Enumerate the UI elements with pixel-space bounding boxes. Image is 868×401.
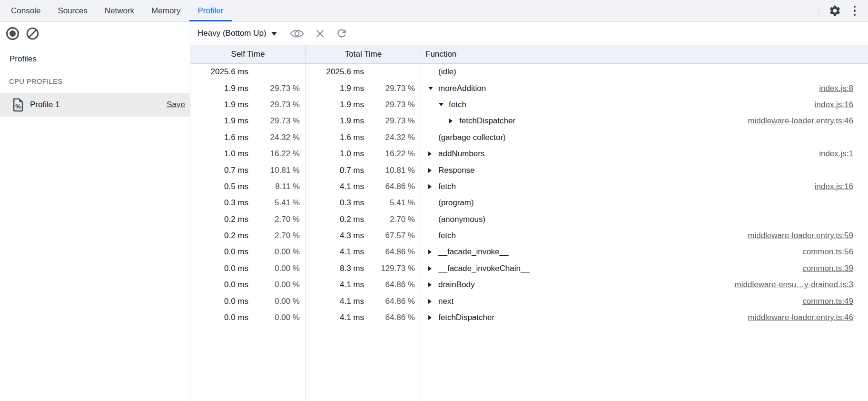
table-row[interactable]: 1.9 ms 29.73 % 1.9 ms 29.73 % fetch inde… [190, 97, 868, 113]
table-row[interactable]: 0.5 ms 8.11 % 4.1 ms 64.86 % fetch index… [190, 179, 868, 195]
expand-arrow[interactable] [428, 184, 438, 189]
view-mode-dropdown[interactable]: Heavy (Bottom Up) [197, 29, 277, 38]
total-time-ms: 1.9 ms [306, 100, 364, 110]
exclude-close-icon[interactable] [315, 28, 326, 39]
source-link[interactable]: middleware-loader.entry.ts:46 [748, 116, 868, 126]
function-name: next [438, 297, 454, 306]
function-header-label: Function [425, 50, 456, 59]
table-row[interactable]: 1.0 ms 16.22 % 1.0 ms 16.22 % addNumbers… [190, 146, 868, 162]
expand-arrow[interactable] [428, 282, 438, 287]
function-cell: fetchDispatcher middleware-loader.entry.… [421, 113, 868, 129]
expand-arrow[interactable] [449, 119, 459, 123]
table-row[interactable]: 1.6 ms 24.32 % 1.6 ms 24.32 % (garbage c… [190, 130, 868, 146]
sidebar-body: Profiles CPU PROFILES % Profile 1 Save [0, 45, 190, 117]
column-header-self-time[interactable]: Self Time [190, 45, 306, 63]
table-row[interactable]: 0.2 ms 2.70 % 4.3 ms 67.57 % fetch middl… [190, 228, 868, 244]
self-time-ms: 0.0 ms [190, 264, 248, 273]
function-cell: (anonymous) [421, 211, 868, 228]
total-time-percent: 67.57 % [364, 231, 421, 241]
column-header-total-time[interactable]: Total Time [306, 45, 421, 63]
tab-console-label: Console [11, 6, 40, 16]
self-time-cell: 0.0 ms 0.00 % [190, 277, 306, 293]
source-link[interactable]: common.ts:49 [802, 297, 868, 306]
table-row[interactable]: 0.0 ms 0.00 % 4.1 ms 64.86 % next common… [190, 293, 868, 309]
save-profile-link[interactable]: Save [167, 100, 185, 110]
expand-arrow[interactable] [428, 151, 438, 156]
tab-profiler[interactable]: Profiler [189, 0, 232, 21]
table-row[interactable]: 0.2 ms 2.70 % 0.2 ms 2.70 % (anonymous) [190, 211, 868, 228]
expand-arrow[interactable] [428, 168, 438, 173]
profiler-content: Heavy (Bottom Up) [190, 22, 868, 401]
expand-arrow-icon [428, 250, 432, 254]
tab-memory[interactable]: Memory [143, 0, 189, 21]
cpu-profile-document-icon: % [12, 98, 24, 112]
tab-network[interactable]: Network [96, 0, 143, 21]
expand-arrow[interactable] [428, 266, 438, 271]
record-profile-icon[interactable] [6, 27, 19, 40]
function-cell: fetchDispatcher middleware-loader.entry.… [421, 310, 868, 326]
self-time-cell: 0.2 ms 2.70 % [190, 211, 306, 228]
cpu-profiles-section-label: CPU PROFILES [0, 77, 190, 85]
source-link[interactable]: index.js:16 [815, 182, 868, 191]
total-time-cell: 4.1 ms 64.86 % [306, 179, 421, 195]
source-link[interactable]: common.ts:39 [802, 264, 868, 273]
expand-arrow-icon [428, 184, 432, 189]
expand-arrow[interactable] [428, 87, 438, 90]
total-time-ms: 1.9 ms [306, 84, 364, 93]
expand-arrow[interactable] [439, 103, 449, 106]
toolbar-divider [819, 4, 819, 17]
total-time-header-label: Total Time [345, 50, 382, 59]
function-name: Response [438, 166, 475, 175]
self-time-percent: 29.73 % [248, 100, 306, 110]
restore-reload-icon[interactable] [335, 27, 348, 40]
total-time-percent: 29.73 % [364, 116, 421, 126]
expand-arrow[interactable] [428, 250, 438, 254]
table-row[interactable]: 0.0 ms 0.00 % 4.1 ms 64.86 % __facade_in… [190, 244, 868, 260]
chevron-down-icon [271, 32, 277, 36]
tab-console[interactable]: Console [2, 0, 49, 21]
source-link[interactable]: index.js:8 [819, 84, 868, 93]
expand-arrow-icon [428, 266, 432, 271]
expand-arrow[interactable] [428, 315, 438, 320]
tab-sources[interactable]: Sources [49, 0, 96, 21]
total-time-cell: 1.9 ms 29.73 % [306, 80, 421, 96]
profile-list-item[interactable]: % Profile 1 Save [0, 93, 190, 117]
source-link[interactable]: common.ts:56 [802, 247, 868, 257]
table-row[interactable]: 0.0 ms 0.00 % 4.1 ms 64.86 % fetchDispat… [190, 310, 868, 326]
self-time-cell: 1.0 ms 16.22 % [190, 146, 306, 162]
table-row[interactable]: 1.9 ms 29.73 % 1.9 ms 29.73 % moreAdditi… [190, 80, 868, 96]
table-row[interactable]: 1.9 ms 29.73 % 1.9 ms 29.73 % fetchDispa… [190, 113, 868, 129]
more-options-kebab-icon[interactable] [851, 4, 859, 18]
function-cell: (garbage collector) [421, 130, 868, 146]
table-row[interactable]: 0.3 ms 5.41 % 0.3 ms 5.41 % (program) [190, 195, 868, 211]
sidebar-toolbar [0, 22, 190, 45]
table-row[interactable]: 0.7 ms 10.81 % 0.7 ms 10.81 % Response [190, 162, 868, 178]
clear-profiles-icon[interactable] [26, 27, 39, 40]
self-time-ms: 0.0 ms [190, 297, 248, 306]
source-link[interactable]: index.js:16 [815, 100, 868, 110]
table-row[interactable]: 0.0 ms 0.00 % 8.3 ms 129.73 % __facade_i… [190, 261, 868, 277]
function-name: fetch [438, 231, 456, 241]
tab-profiler-label: Profiler [198, 6, 224, 16]
function-name: __facade_invokeChain__ [438, 264, 530, 273]
source-link[interactable]: middleware-loader.entry.ts:59 [748, 231, 868, 241]
total-time-cell: 2025.6 ms [306, 64, 421, 80]
table-row[interactable]: 0.0 ms 0.00 % 4.1 ms 64.86 % drainBody m… [190, 277, 868, 293]
total-time-cell: 4.1 ms 64.86 % [306, 244, 421, 260]
total-time-percent: 64.86 % [364, 247, 421, 257]
expand-arrow[interactable] [428, 299, 438, 304]
function-cell: fetch index.js:16 [421, 97, 868, 113]
total-time-percent: 2.70 % [364, 215, 421, 224]
settings-gear-icon[interactable] [829, 4, 841, 17]
tab-network-label: Network [105, 6, 134, 16]
self-time-cell: 0.3 ms 5.41 % [190, 195, 306, 211]
source-link[interactable]: middleware-loader.entry.ts:46 [748, 313, 868, 322]
source-link[interactable]: index.js:1 [819, 149, 868, 159]
self-time-cell: 1.9 ms 29.73 % [190, 80, 306, 96]
column-header-function[interactable]: Function [421, 45, 868, 63]
self-time-percent: 29.73 % [248, 84, 306, 93]
source-link[interactable]: middleware-ensu…y-drained.ts:3 [735, 280, 868, 290]
table-row[interactable]: 2025.6 ms 2025.6 ms (idle) [190, 64, 868, 80]
self-time-percent: 0.00 % [248, 280, 306, 290]
focus-selected-eye-icon[interactable] [289, 28, 305, 40]
